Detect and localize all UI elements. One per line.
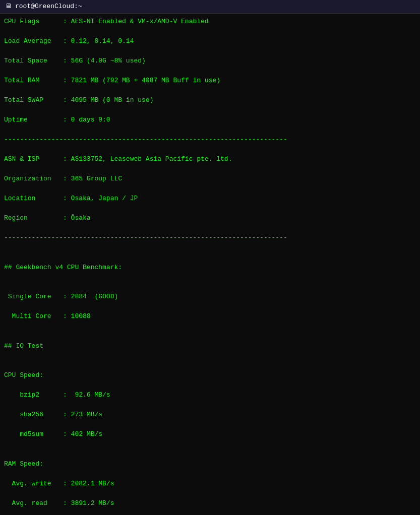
terminal-line: ----------------------------------------… (4, 135, 416, 145)
terminal-line: Region : Ōsaka (4, 213, 416, 223)
title-text: root@GreenCloud:~ (15, 2, 82, 11)
terminal-line: RAM Speed: (4, 459, 416, 469)
terminal-icon: 🖥 (4, 3, 12, 11)
terminal-line: Total SWAP : 4095 MB (0 MB in use) (4, 95, 416, 105)
terminal-line: bzip2 : 92.6 MB/s (4, 390, 416, 400)
title-bar: 🖥 root@GreenCloud:~ (0, 0, 420, 14)
terminal-line: sha256 : 273 MB/s (4, 410, 416, 420)
terminal-line: Total RAM : 7821 MB (792 MB + 4087 MB Bu… (4, 76, 416, 86)
terminal-line: CPU Flags : AES-NI Enabled & VM-x/AMD-V … (4, 17, 416, 27)
terminal-line: Load Average : 0.12, 0.14, 0.14 (4, 36, 416, 46)
terminal-line: ASN & ISP : AS133752, Leaseweb Asia Paci… (4, 154, 416, 164)
terminal-line: Uptime : 0 days 9:0 (4, 115, 416, 125)
terminal-line: Avg. read : 3891.2 MB/s (4, 498, 416, 508)
terminal-line: ----------------------------------------… (4, 233, 416, 243)
terminal-line: Single Core : 2884 (GOOD) (4, 292, 416, 302)
terminal-line: Avg. write : 2082.1 MB/s (4, 479, 416, 489)
terminal-line: Multi Core : 10088 (4, 311, 416, 321)
terminal-line: CPU Speed: (4, 370, 416, 380)
terminal-line: Total Space : 56G (4.0G ~8% used) (4, 56, 416, 66)
terminal-line: Location : Osaka, Japan / JP (4, 194, 416, 204)
terminal-line: Organization : 365 Group LLC (4, 174, 416, 184)
terminal-line: ## Geekbench v4 CPU Benchmark: (4, 263, 416, 273)
terminal-line: md5sum : 402 MB/s (4, 429, 416, 439)
terminal-body: CPU Flags : AES-NI Enabled & VM-x/AMD-V … (0, 14, 420, 515)
terminal-line: ## IO Test (4, 341, 416, 351)
